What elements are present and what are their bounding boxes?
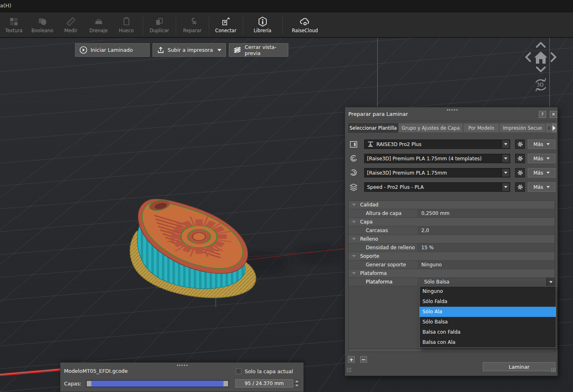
remove-setting-button[interactable]: −	[360, 356, 367, 363]
template-combobox[interactable]: Speed - Pro2 Plus - PLA	[364, 182, 510, 192]
slice-button[interactable]: Laminar	[483, 362, 555, 371]
dropdown-option-solo-ala[interactable]: Sólo Ala	[420, 307, 556, 317]
pan-down-chevron[interactable]	[537, 67, 545, 71]
dialog-tabs: Seleccionar Plantilla Grupo y Ajustes de…	[348, 123, 557, 133]
gear-icon	[517, 170, 523, 176]
combo-arrow-button[interactable]	[502, 155, 509, 162]
template-gear-button[interactable]	[515, 182, 525, 192]
combo-arrow-button[interactable]	[502, 140, 509, 148]
tabs-scroll-left-button[interactable]	[546, 123, 551, 133]
start-slicing-button[interactable]: Iniciar Laminado	[75, 43, 150, 57]
chevron-left-icon	[547, 126, 550, 130]
only-current-layer-checkbox[interactable]	[236, 368, 241, 374]
layers-label: Capas:	[64, 381, 82, 387]
template-more-button[interactable]: Más	[528, 182, 555, 192]
triangle-up-icon	[296, 381, 298, 382]
chevron-right-icon	[553, 126, 555, 131]
setting-row-generar-soporte: Generar soporte Ninguno	[349, 261, 555, 269]
section-row-relleno[interactable]: Relleno	[349, 235, 555, 244]
chevron-down-icon	[504, 143, 507, 145]
combo-arrow-button[interactable]	[502, 169, 509, 177]
tab-grupo-ajustes-capa[interactable]: Grupo y Ajustes de Capa	[398, 123, 463, 133]
filament-right-selector-row: [Raise3D] Premium PLA 1.75mm Más	[345, 168, 558, 178]
only-current-layer-label: Solo la capa actual	[245, 368, 293, 374]
collapse-triangle-icon[interactable]	[352, 221, 356, 223]
dialog-drag-handle[interactable]	[447, 109, 458, 112]
gear-icon	[517, 141, 523, 147]
close-dialog-button[interactable]: ✕	[550, 111, 557, 118]
spinner-up-button[interactable]	[294, 379, 300, 383]
home-view-icon[interactable]	[534, 51, 547, 64]
platform-combobox[interactable]: Sólo Balsa	[418, 278, 555, 286]
tabs-scroll-right-button[interactable]	[551, 123, 557, 133]
spinner-down-button[interactable]	[294, 384, 300, 388]
template-selector-row: Speed - Pro2 Plus - PLA Más	[345, 182, 558, 192]
layer-preset-icon	[348, 182, 359, 192]
resize-grip[interactable]	[551, 368, 556, 372]
section-row-plataforma[interactable]: Plataforma	[349, 269, 555, 278]
dropdown-option-balsa-con-falda[interactable]: Balsa con Falda	[420, 327, 556, 337]
tab-impresion-secuencial[interactable]: Impresión Secue	[500, 123, 545, 133]
dropdown-option-solo-balsa[interactable]: Sólo Balsa	[420, 317, 556, 327]
toolbar-separator	[176, 16, 176, 34]
platform-edge-axis	[0, 369, 61, 375]
panel-drag-handle[interactable]	[177, 365, 188, 367]
library-icon	[257, 16, 268, 27]
layers-preview-icon	[233, 47, 241, 54]
filament-right-combobox[interactable]: [Raise3D] Premium PLA 1.75mm	[364, 168, 510, 177]
dropdown-option-ninguno[interactable]: Ninguno	[420, 286, 556, 297]
tab-por-modelo[interactable]: Por Modelo	[463, 123, 499, 133]
section-row-soporte[interactable]: Soporte	[349, 252, 555, 261]
filament-right-more-button[interactable]: Más	[528, 168, 555, 177]
settings-table-scroll-strip[interactable]	[348, 348, 555, 352]
menu-item-help[interactable]: a(H)	[0, 2, 11, 9]
pan-left-chevron[interactable]	[526, 53, 530, 61]
slider-handle-max[interactable]	[223, 381, 228, 387]
add-setting-button[interactable]: +	[348, 356, 355, 363]
drain-icon	[94, 16, 104, 27]
layer-range-slider[interactable]	[86, 380, 229, 387]
combo-arrow-button[interactable]	[546, 278, 555, 286]
filament-left-selector-row: [Raise3D] Premium PLA 1.75mm (4 template…	[345, 154, 558, 164]
collapse-triangle-icon[interactable]	[352, 272, 356, 275]
upload-to-printer-button[interactable]: Subir a impresora	[153, 43, 226, 57]
printer-more-button[interactable]: Más	[528, 140, 555, 149]
help-button[interactable]: ?	[539, 111, 546, 118]
resize-grip[interactable]	[347, 368, 352, 372]
printer-type-combobox[interactable]: RAISE3D Pro2 Plus	[364, 140, 510, 149]
printer-icon	[348, 140, 359, 149]
slider-handle-min[interactable]	[86, 381, 92, 387]
filament-right-gear-button[interactable]	[515, 168, 525, 177]
dropdown-option-solo-falda[interactable]: Sólo Falda	[420, 297, 556, 307]
rotate-3d-label[interactable]: 3D	[537, 82, 544, 88]
combo-arrow-button[interactable]	[502, 183, 509, 191]
layer-value-field[interactable]: 95 / 24.370 mm	[235, 379, 293, 388]
duplicate-icon	[155, 16, 164, 27]
dropdown-option-balsa-con-ala[interactable]: Balsa con Ala	[420, 337, 556, 348]
platform-dropdown-list: Ninguno Sólo Falda Sólo Ala Sólo Balsa B…	[419, 286, 556, 348]
tab-seleccionar-plantilla[interactable]: Seleccionar Plantilla	[348, 123, 398, 133]
boolean-icon	[38, 16, 47, 27]
filament-left-gear-button[interactable]	[515, 154, 525, 163]
section-row-capa[interactable]: Capa	[349, 218, 555, 226]
toolbar-button-raisecloud[interactable]: RaiseCloud	[288, 13, 322, 37]
gear-icon	[517, 184, 523, 190]
hollow-icon	[122, 16, 131, 27]
toolbar-button-libreria[interactable]: Librería	[249, 13, 277, 37]
upload-dropdown-arrow-icon[interactable]	[217, 49, 221, 51]
collapse-triangle-icon[interactable]	[352, 204, 356, 206]
pan-right-chevron[interactable]	[551, 53, 555, 61]
sliced-model-preview[interactable]	[130, 198, 256, 298]
prepare-to-slice-dialog: Preparar para Laminar ? ✕ Seleccionar Pl…	[345, 107, 558, 376]
section-row-calidad[interactable]: Calidad	[349, 201, 555, 209]
filament-left-combobox[interactable]: [Raise3D] Premium PLA 1.75mm (4 template…	[364, 154, 510, 163]
filament-left-more-button[interactable]: Más	[528, 154, 555, 163]
collapse-triangle-icon[interactable]	[352, 238, 356, 240]
close-preview-button[interactable]: Cerrar vista-previa	[229, 43, 288, 57]
dialog-separator	[347, 121, 555, 121]
toolbar-button-conectar[interactable]: Conectar	[212, 13, 240, 37]
connect-icon	[221, 16, 231, 27]
printer-settings-gear-button[interactable]	[515, 140, 525, 149]
pan-up-chevron[interactable]	[537, 43, 545, 47]
collapse-triangle-icon[interactable]	[352, 255, 356, 257]
